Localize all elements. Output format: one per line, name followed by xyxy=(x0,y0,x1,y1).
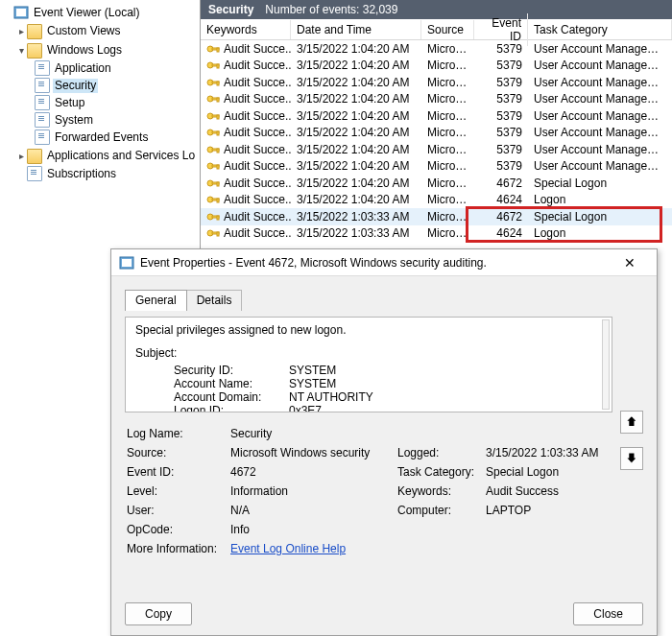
col-task-category[interactable]: Task Category xyxy=(528,20,672,39)
nav-arrows: 🡅 🡇 xyxy=(620,411,643,470)
event-row[interactable]: Audit Succe...3/15/2022 1:04:20 AMMicros… xyxy=(201,74,672,91)
key-icon xyxy=(206,177,220,190)
log-name-label: Log Name: xyxy=(127,427,230,440)
row-datetime: 3/15/2022 1:04:20 AM xyxy=(291,92,421,106)
svg-rect-37 xyxy=(217,232,219,236)
log-icon xyxy=(35,95,50,110)
svg-rect-7 xyxy=(217,64,219,68)
key-icon xyxy=(206,92,220,106)
svg-rect-31 xyxy=(217,199,219,202)
row-source: Micros... xyxy=(421,177,474,190)
expand-icon[interactable]: ▸ xyxy=(15,149,27,163)
row-event-id: 4672 xyxy=(474,210,528,224)
key-icon xyxy=(206,76,220,89)
tree-item-label: Forwarded Events xyxy=(53,130,150,145)
tree-forwarded[interactable]: Forwarded Events xyxy=(2,129,200,146)
general-panel: Special privileges assigned to new logon… xyxy=(125,317,612,412)
event-row[interactable]: Audit Succe...3/15/2022 1:04:20 AMMicros… xyxy=(201,175,672,192)
subj-dom-label: Account Domain: xyxy=(174,390,289,404)
event-row[interactable]: Audit Succe...3/15/2022 1:03:33 AMMicros… xyxy=(201,208,672,225)
row-keywords: Audit Succe... xyxy=(224,226,291,240)
tree-custom-views[interactable]: ▸ Custom Views xyxy=(2,21,200,40)
row-event-id: 5379 xyxy=(474,92,528,106)
event-row[interactable]: Audit Succe...3/15/2022 1:03:33 AMMicros… xyxy=(201,225,672,243)
row-event-id: 5379 xyxy=(474,76,528,89)
subject-table: Security ID:SYSTEM Account Name:SYSTEM A… xyxy=(174,364,602,412)
row-source: Micros... xyxy=(421,42,474,56)
key-icon xyxy=(206,59,220,72)
collapse-icon[interactable]: ▾ xyxy=(15,43,27,58)
event-row[interactable]: Audit Succe...3/15/2022 1:04:20 AMMicros… xyxy=(201,40,672,58)
user-value: N/A xyxy=(230,504,397,517)
svg-rect-22 xyxy=(217,149,219,153)
svg-rect-16 xyxy=(217,115,219,119)
col-source[interactable]: Source xyxy=(421,20,474,39)
tree-security[interactable]: Security xyxy=(2,77,200,94)
logged-label: Logged: xyxy=(397,446,486,459)
event-row[interactable]: Audit Succe...3/15/2022 1:04:20 AMMicros… xyxy=(201,192,672,209)
col-keywords[interactable]: Keywords xyxy=(201,20,291,39)
row-keywords: Audit Succe... xyxy=(224,177,291,190)
event-id-value: 4672 xyxy=(230,465,397,479)
row-keywords: Audit Succe... xyxy=(224,143,291,156)
tree-item-label: Subscriptions xyxy=(45,167,118,181)
prev-event-button[interactable]: 🡅 xyxy=(620,411,643,434)
dialog-buttons: Copy Close xyxy=(125,602,643,625)
row-event-id: 5379 xyxy=(474,42,528,56)
subj-dom-value: NT AUTHORITY xyxy=(289,390,433,404)
row-source: Micros... xyxy=(421,109,474,123)
tab-general[interactable]: General xyxy=(125,290,187,311)
row-datetime: 3/15/2022 1:04:20 AM xyxy=(291,76,421,89)
svg-rect-13 xyxy=(217,98,219,102)
folder-icon xyxy=(27,24,42,39)
event-row[interactable]: Audit Succe...3/15/2022 1:04:20 AMMicros… xyxy=(201,158,672,176)
close-button[interactable]: Close xyxy=(573,602,643,625)
subj-acct-label: Account Name: xyxy=(174,377,289,390)
key-icon xyxy=(206,159,220,173)
tree-setup[interactable]: Setup xyxy=(2,94,200,111)
tree-application[interactable]: Application xyxy=(2,59,200,77)
dialog-titlebar[interactable]: Event Properties - Event 4672, Microsoft… xyxy=(111,249,657,276)
events-list[interactable]: Audit Succe...3/15/2022 1:04:20 AMMicros… xyxy=(201,40,672,242)
row-datetime: 3/15/2022 1:03:33 AM xyxy=(291,226,421,240)
event-log-help-link[interactable]: Event Log Online Help xyxy=(230,542,397,555)
svg-rect-39 xyxy=(122,259,132,267)
row-source: Micros... xyxy=(421,59,474,72)
event-row[interactable]: Audit Succe...3/15/2022 1:04:20 AMMicros… xyxy=(201,91,672,108)
level-value: Information xyxy=(230,484,397,498)
tree-root[interactable]: Event Viewer (Local) xyxy=(2,4,200,21)
row-datetime: 3/15/2022 1:04:20 AM xyxy=(291,193,421,206)
events-columns: Keywords Date and Time Source Event ID T… xyxy=(201,19,672,40)
opcode-label: OpCode: xyxy=(127,523,230,536)
event-message: Special privileges assigned to new logon… xyxy=(135,323,602,337)
event-row[interactable]: Audit Succe...3/15/2022 1:04:20 AMMicros… xyxy=(201,107,672,125)
col-event-id[interactable]: Event ID xyxy=(474,13,528,46)
tree-system[interactable]: System xyxy=(2,111,200,129)
tabs: General Details xyxy=(125,290,657,311)
row-task-category: User Account Management xyxy=(528,143,672,156)
subject-label: Subject: xyxy=(135,346,602,360)
computer-label: Computer: xyxy=(397,504,486,517)
event-row[interactable]: Audit Succe...3/15/2022 1:04:20 AMMicros… xyxy=(201,141,672,158)
row-source: Micros... xyxy=(421,210,474,224)
event-row[interactable]: Audit Succe...3/15/2022 1:04:20 AMMicros… xyxy=(201,125,672,142)
tree-apps-services[interactable]: ▸ Applications and Services Lo xyxy=(2,146,200,165)
expand-icon[interactable]: ▸ xyxy=(15,24,27,38)
next-event-button[interactable]: 🡇 xyxy=(620,447,643,470)
task-cat-label: Task Category: xyxy=(397,465,486,479)
tree-subscriptions[interactable]: Subscriptions xyxy=(2,165,200,182)
col-datetime[interactable]: Date and Time xyxy=(291,20,421,39)
close-icon[interactable]: ✕ xyxy=(611,255,649,271)
task-cat-value: Special Logon xyxy=(486,465,612,479)
tree-windows-logs[interactable]: ▾ Windows Logs xyxy=(2,40,200,59)
copy-button[interactable]: Copy xyxy=(125,602,192,625)
folder-icon xyxy=(27,43,42,59)
subj-acct-value: SYSTEM xyxy=(289,377,433,390)
row-event-id: 5379 xyxy=(474,143,528,156)
row-event-id: 5379 xyxy=(474,126,528,139)
tab-details[interactable]: Details xyxy=(186,290,243,311)
event-fields: Log Name: Security Source: Microsoft Win… xyxy=(127,424,612,558)
event-row[interactable]: Audit Succe...3/15/2022 1:04:20 AMMicros… xyxy=(201,58,672,75)
panel-scrollbar[interactable] xyxy=(602,319,610,410)
key-icon xyxy=(206,109,220,123)
